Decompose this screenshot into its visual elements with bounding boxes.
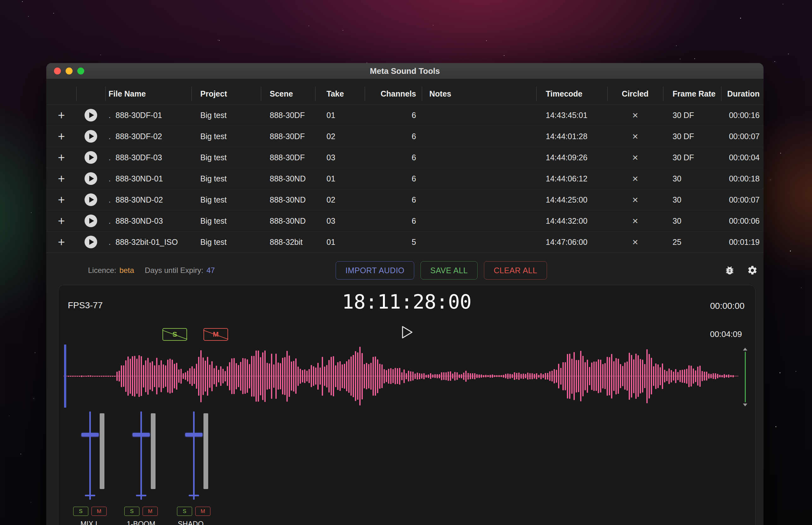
add-take-button[interactable]: + (58, 236, 65, 248)
cell-channels: 5 (365, 231, 422, 252)
cell-notes (422, 168, 536, 189)
footer-actions: IMPORT AUDIO SAVE ALL CLEAR ALL (336, 253, 547, 288)
file-name: 888-30ND-01 (116, 174, 163, 183)
add-take-button[interactable]: + (58, 215, 65, 227)
column-header-channels[interactable]: Channels (365, 83, 422, 104)
table-row[interactable]: +.888-30DF-02Big test888-30DF02614:44:01… (46, 126, 763, 147)
clear-all-button[interactable]: CLEAR ALL (484, 261, 547, 280)
cell-take: 03 (315, 147, 365, 168)
row-play-button[interactable] (85, 151, 97, 164)
column-header-notes[interactable]: Notes (422, 83, 536, 104)
circled-x-icon[interactable]: × (632, 173, 638, 184)
fader-thumb[interactable] (185, 433, 202, 437)
row-status-dot: . (108, 110, 111, 120)
save-all-button[interactable]: SAVE ALL (421, 261, 478, 280)
row-status-dot: . (108, 153, 111, 163)
circled-x-icon[interactable]: × (632, 131, 638, 142)
column-header-take[interactable]: Take (315, 83, 365, 104)
column-header-framerate[interactable]: Frame Rate (663, 83, 721, 104)
bug-report-icon[interactable] (724, 265, 735, 276)
cell-timecode: 14:44:09:26 (536, 147, 607, 168)
table-row[interactable]: +.888-30ND-01Big test888-30ND01614:44:06… (46, 168, 763, 189)
circled-x-icon[interactable]: × (632, 194, 638, 206)
cell-file: .888-30DF-01 (105, 105, 192, 125)
table-row[interactable]: +.888-30ND-03Big test888-30ND03614:44:32… (46, 210, 763, 231)
playhead[interactable] (64, 345, 66, 408)
column-header-plus[interactable] (46, 83, 76, 104)
channel-solo-button[interactable]: S (124, 507, 139, 516)
channel-solo-button[interactable]: S (73, 507, 88, 516)
zoom-up-arrow-icon (743, 348, 747, 350)
column-header-timecode[interactable]: Timecode (536, 83, 607, 104)
table-row[interactable]: +.888-30DF-03Big test888-30DF03614:44:09… (46, 147, 763, 168)
column-header-scene[interactable]: Scene (261, 83, 315, 104)
row-play-button[interactable] (85, 236, 97, 248)
cell-take: 01 (315, 105, 365, 125)
channel-mute-button[interactable]: M (195, 507, 210, 516)
cell-duration: 00:00:07 (721, 126, 763, 147)
row-play-button[interactable] (85, 109, 97, 121)
fader-thumb[interactable] (81, 433, 99, 437)
add-take-button[interactable]: + (58, 194, 65, 206)
fader-track[interactable] (140, 411, 142, 500)
footer-bar: Licence: beta Days until Expiry: 47 IMPO… (46, 253, 763, 288)
file-name: 888-30ND-02 (116, 195, 163, 205)
cell-plus: + (46, 231, 76, 252)
cell-circled: × (607, 105, 663, 125)
channel-mute-button[interactable]: M (142, 507, 158, 516)
table-row[interactable]: +.888-30DF-01Big test888-30DF01614:43:45… (46, 105, 763, 126)
cell-circled: × (607, 231, 663, 252)
cell-channels: 6 (365, 147, 422, 168)
cell-framerate: 30 (663, 210, 721, 231)
device-name: FPS3-77 (68, 300, 103, 311)
window-titlebar[interactable]: Meta Sound Tools (46, 63, 763, 79)
play-triangle-icon (89, 133, 94, 139)
play-button[interactable] (400, 325, 413, 341)
row-play-button[interactable] (85, 193, 97, 206)
column-header-play[interactable] (76, 83, 105, 104)
channel-label: SHADO... (162, 520, 225, 525)
cell-take: 03 (315, 210, 365, 231)
import-audio-button[interactable]: IMPORT AUDIO (336, 261, 414, 280)
add-take-button[interactable]: + (58, 172, 65, 184)
channel-solo-button[interactable]: S (177, 507, 192, 516)
channel-mute-button[interactable]: M (91, 507, 107, 516)
cell-project: Big test (192, 231, 261, 252)
circled-x-icon[interactable]: × (632, 152, 638, 163)
zoom-down-arrow-icon (743, 404, 747, 406)
add-take-button[interactable]: + (58, 109, 65, 121)
fader-track[interactable] (89, 411, 91, 500)
column-header-duration[interactable]: Duration (721, 83, 763, 104)
circled-x-icon[interactable]: × (632, 236, 638, 248)
row-play-button[interactable] (85, 172, 97, 185)
expiry-label: Days until Expiry: (145, 266, 203, 275)
table-row[interactable]: +.888-30ND-02Big test888-30ND02614:44:25… (46, 189, 763, 210)
cell-file: .888-32bit-01_ISO (105, 231, 192, 252)
cell-project: Big test (192, 189, 261, 210)
table-row[interactable]: +.888-32bit-01_ISOBig test888-32bit01514… (46, 231, 763, 253)
cell-project: Big test (192, 105, 261, 125)
add-take-button[interactable]: + (58, 130, 65, 142)
cell-timecode: 14:43:45:01 (536, 105, 607, 125)
fader-track[interactable] (193, 411, 195, 500)
row-play-button[interactable] (85, 130, 97, 142)
add-take-button[interactable]: + (58, 151, 65, 163)
zoom-slider[interactable] (740, 348, 750, 406)
cell-file: .888-30DF-02 (105, 126, 192, 147)
settings-gear-icon[interactable] (747, 265, 758, 276)
column-header-file[interactable]: File Name (105, 83, 192, 104)
fader-thumb[interactable] (133, 433, 150, 437)
cell-play (76, 147, 105, 168)
circled-x-icon[interactable]: × (632, 215, 638, 227)
level-meter (204, 413, 208, 489)
cell-plus: + (46, 210, 76, 231)
cell-timecode: 14:44:32:00 (536, 210, 607, 231)
cell-scene: 888-30ND (261, 210, 315, 231)
mute-all-button[interactable]: M (204, 328, 228, 341)
column-header-project[interactable]: Project (192, 83, 261, 104)
circled-x-icon[interactable]: × (632, 109, 638, 121)
column-header-circled[interactable]: Circled (607, 83, 663, 104)
waveform[interactable] (68, 346, 738, 406)
row-play-button[interactable] (85, 214, 97, 227)
solo-all-button[interactable]: S (163, 328, 187, 341)
